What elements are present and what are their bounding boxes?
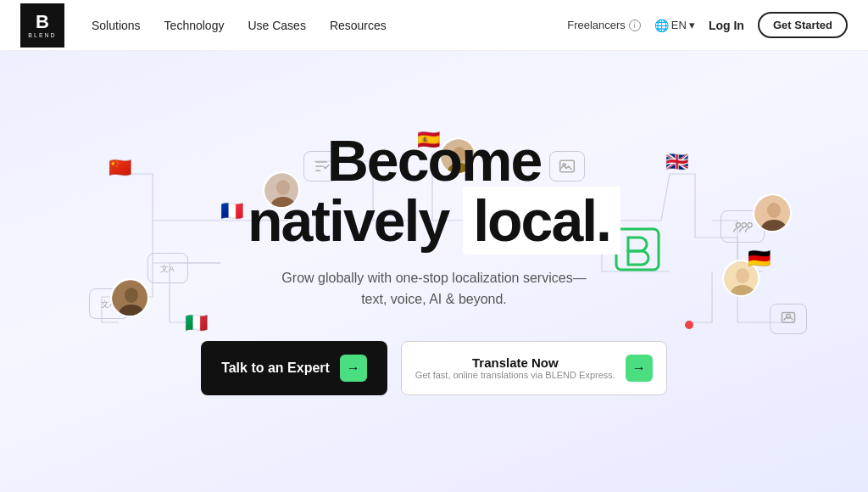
- cta-row: Talk to an Expert → Translate Now Get fa…: [201, 341, 667, 395]
- nav-resources[interactable]: Resources: [330, 19, 387, 32]
- svg-point-4: [736, 223, 740, 227]
- flag-france: 🇫🇷: [220, 200, 243, 222]
- avatar-2: [110, 278, 149, 317]
- info-icon[interactable]: i: [629, 20, 641, 31]
- logo-wordmark: BLEND: [28, 32, 56, 38]
- svg-point-14: [125, 288, 138, 303]
- translate-text: Translate Now Get fast, online translati…: [415, 355, 615, 380]
- translate-arrow-icon: →: [626, 355, 653, 382]
- nav-links: Solutions Technology Use Cases Resources: [92, 19, 567, 32]
- hero-highlight: local.: [463, 187, 620, 254]
- hero-headline: Become natively local.: [248, 131, 620, 252]
- hero-text: Become natively local. Grow globally wit…: [248, 131, 620, 310]
- freelancers-link[interactable]: Freelancers i: [567, 19, 641, 31]
- navigation: B BLEND Solutions Technology Use Cases R…: [0, 0, 868, 51]
- get-started-button[interactable]: Get Started: [758, 12, 848, 38]
- hero-subtext: Grow globally with one-stop localization…: [248, 267, 620, 310]
- flag-uk: 🇬🇧: [665, 151, 688, 173]
- icon-box-translate-left: 文A: [147, 253, 188, 283]
- flag-italy: 🇮🇹: [185, 312, 208, 334]
- login-button[interactable]: Log In: [709, 19, 744, 32]
- language-selector[interactable]: 🌐 EN ▾: [654, 19, 695, 32]
- globe-icon: 🌐: [654, 19, 669, 32]
- logo[interactable]: B BLEND: [20, 3, 64, 48]
- talk-to-expert-button[interactable]: Talk to an Expert →: [201, 341, 387, 395]
- flag-china: 🇨🇳: [108, 157, 131, 179]
- blend-brand-icon: [615, 227, 660, 275]
- expert-arrow-icon: →: [340, 355, 367, 382]
- avatar-3: [753, 193, 792, 232]
- red-dot: [685, 321, 693, 329]
- svg-point-6: [748, 223, 752, 227]
- svg-text:文A: 文A: [160, 264, 175, 273]
- logo-letter: B: [36, 13, 49, 31]
- nav-technology[interactable]: Technology: [164, 19, 225, 32]
- nav-solutions[interactable]: Solutions: [92, 19, 141, 32]
- icon-box-person: [770, 304, 807, 334]
- flag-germany: 🇩🇪: [748, 248, 771, 270]
- translate-now-button[interactable]: Translate Now Get fast, online translati…: [401, 341, 667, 395]
- hero-section: 文A 文A 🇨🇳 🇫🇷 🇮🇹 🇪🇸 🇬🇧 🇩�: [0, 51, 868, 492]
- nav-use-cases[interactable]: Use Cases: [248, 19, 305, 32]
- svg-point-20: [736, 268, 749, 283]
- nav-right: Freelancers i 🌐 EN ▾ Log In Get Started: [567, 12, 848, 38]
- svg-point-17: [767, 203, 781, 218]
- svg-point-5: [742, 223, 746, 227]
